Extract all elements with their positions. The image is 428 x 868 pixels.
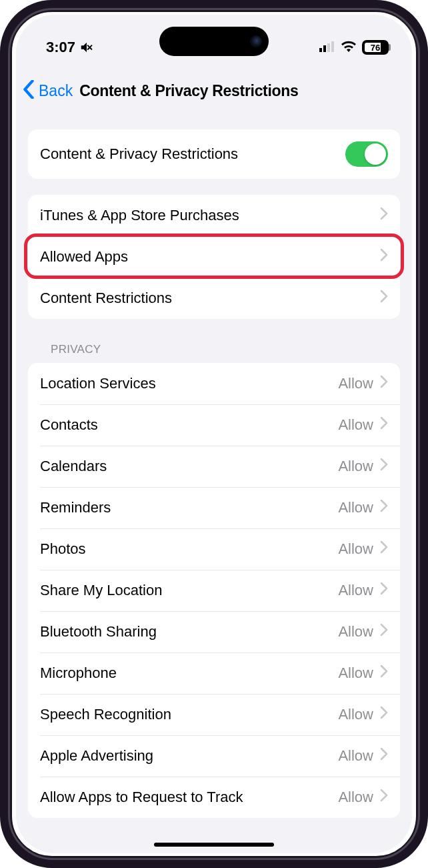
settings-row-content-restrictions[interactable]: Content Restrictions (28, 278, 400, 319)
navigation-bar: Back Content & Privacy Restrictions (16, 68, 412, 113)
silent-switch[interactable] (0, 140, 2, 167)
toggle-switch[interactable] (345, 141, 388, 167)
row-label: Allow Apps to Request to Track (40, 789, 243, 806)
battery-percent: 76 (363, 41, 387, 53)
row-value: Allow (338, 706, 373, 723)
row-value: Allow (338, 665, 373, 682)
volume-down-button[interactable] (0, 274, 2, 326)
privacy-row-photos[interactable]: PhotosAllow (28, 528, 400, 570)
privacy-row-reminders[interactable]: RemindersAllow (28, 487, 400, 528)
screen: 3:07 76 Back Content & (16, 15, 412, 853)
row-label: Share My Location (40, 582, 162, 599)
row-label: Photos (40, 540, 86, 558)
chevron-right-icon (380, 747, 388, 765)
row-label: Location Services (40, 375, 156, 392)
back-chevron-icon[interactable] (23, 80, 35, 101)
chevron-right-icon (380, 665, 388, 682)
chevron-right-icon (380, 416, 388, 434)
row-value: Allow (338, 582, 373, 599)
row-value: Allow (338, 540, 373, 558)
volume-up-button[interactable] (0, 207, 2, 259)
toggle-group: Content & Privacy Restrictions (28, 129, 400, 179)
privacy-row-contacts[interactable]: ContactsAllow (28, 404, 400, 446)
chevron-right-icon (380, 458, 388, 475)
svg-rect-3 (331, 41, 334, 52)
chevron-right-icon (380, 706, 388, 723)
chevron-right-icon (380, 290, 388, 307)
privacy-row-location-services[interactable]: Location ServicesAllow (28, 363, 400, 404)
row-label: iTunes & App Store Purchases (40, 207, 239, 224)
row-label: Contacts (40, 416, 98, 434)
chevron-right-icon (380, 582, 388, 599)
battery-icon: 76 (362, 40, 389, 55)
camera-dot (250, 35, 262, 47)
svg-rect-1 (323, 45, 326, 52)
svg-rect-0 (319, 48, 322, 52)
row-value: Allow (338, 499, 373, 516)
chevron-right-icon (380, 248, 388, 266)
row-value: Allow (338, 623, 373, 640)
restrictions-group: iTunes & App Store PurchasesAllowed Apps… (28, 195, 400, 319)
row-label: Bluetooth Sharing (40, 623, 157, 640)
privacy-row-allow-apps-to-request-to-track[interactable]: Allow Apps to Request to TrackAllow (28, 777, 400, 818)
row-label: Speech Recognition (40, 706, 171, 723)
settings-row-allowed-apps[interactable]: Allowed Apps (28, 236, 400, 278)
privacy-section-header: PRIVACY (28, 319, 400, 363)
wifi-icon (341, 39, 357, 56)
row-value: Allow (338, 458, 373, 475)
row-label: Microphone (40, 665, 117, 682)
content-privacy-toggle-row[interactable]: Content & Privacy Restrictions (28, 129, 400, 179)
privacy-row-microphone[interactable]: MicrophoneAllow (28, 653, 400, 694)
row-label: Content Restrictions (40, 290, 172, 307)
privacy-row-speech-recognition[interactable]: Speech RecognitionAllow (28, 694, 400, 735)
privacy-row-share-my-location[interactable]: Share My LocationAllow (28, 570, 400, 611)
mute-icon (79, 40, 94, 55)
chevron-right-icon (380, 540, 388, 558)
row-label: Allowed Apps (40, 248, 128, 266)
svg-rect-2 (327, 43, 330, 52)
row-label: Content & Privacy Restrictions (40, 145, 238, 163)
chevron-right-icon (380, 789, 388, 806)
page-title: Content & Privacy Restrictions (79, 82, 298, 100)
back-button[interactable]: Back (39, 82, 73, 100)
privacy-row-bluetooth-sharing[interactable]: Bluetooth SharingAllow (28, 611, 400, 653)
row-value: Allow (338, 375, 373, 392)
dynamic-island (159, 27, 269, 56)
row-value: Allow (338, 789, 373, 806)
privacy-row-apple-advertising[interactable]: Apple AdvertisingAllow (28, 735, 400, 777)
row-label: Reminders (40, 499, 111, 516)
row-label: Apple Advertising (40, 747, 153, 765)
chevron-right-icon (380, 375, 388, 392)
chevron-right-icon (380, 623, 388, 640)
row-label: Calendars (40, 458, 107, 475)
chevron-right-icon (380, 207, 388, 224)
privacy-row-calendars[interactable]: CalendarsAllow (28, 446, 400, 487)
settings-row-itunes-app-store-purchases[interactable]: iTunes & App Store Purchases (28, 195, 400, 236)
status-time: 3:07 (46, 39, 75, 56)
privacy-group: Location ServicesAllowContactsAllowCalen… (28, 363, 400, 818)
chevron-right-icon (380, 499, 388, 516)
cellular-icon (319, 39, 335, 56)
row-value: Allow (338, 747, 373, 765)
home-indicator[interactable] (154, 843, 274, 847)
row-value: Allow (338, 416, 373, 434)
